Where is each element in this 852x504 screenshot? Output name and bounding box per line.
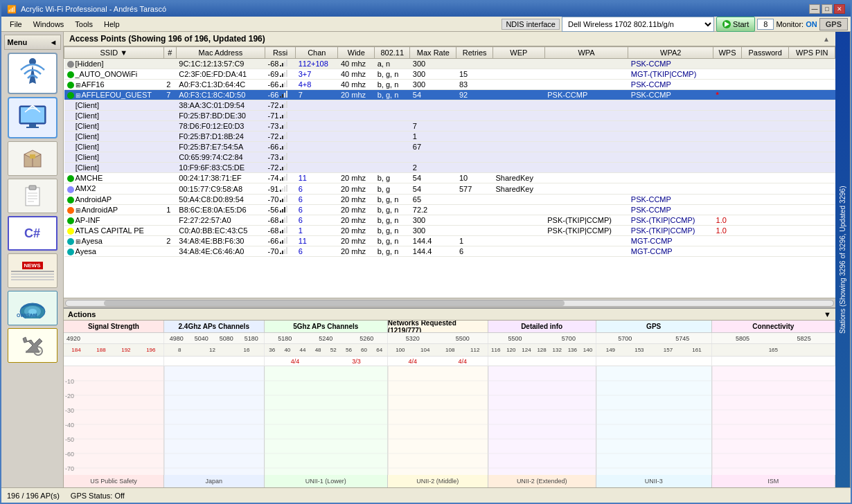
adapter-select[interactable]: Dell Wireless 1702 802.11b/g/n [562, 17, 714, 32]
table-row[interactable]: [Client]F0:25:B7:E7:54:5A-6667 [64, 142, 835, 152]
col-mac[interactable]: Mac Address [176, 47, 265, 59]
table-row[interactable]: [Client]C0:65:99:74:C2:84-73 [64, 152, 835, 163]
cell-rssi: -56 [265, 204, 296, 215]
cell-num [163, 142, 176, 152]
col-ssid[interactable]: SSID ▼ [64, 47, 164, 59]
cell-wpa: PSK-(TKIP|CCMP) [544, 225, 628, 235]
cell-maxrate: 300 [410, 59, 456, 69]
section-networks: Networks Requested (1219/777) [388, 321, 488, 332]
col-wpa2[interactable]: WPA2 [628, 47, 713, 59]
col-dot11[interactable]: 802.11 [375, 47, 410, 59]
col-wep[interactable]: WEP [492, 47, 544, 59]
freq-5700: 5700 [562, 335, 576, 342]
col-pass[interactable]: Password [741, 47, 789, 59]
freq-24g: 4980 5040 5080 5180 [164, 333, 265, 343]
cell-wpspin [789, 69, 835, 80]
col-num[interactable]: # [163, 47, 176, 59]
table-row[interactable]: [Client]78:D6:F0:12:E0:D3-737 [64, 121, 835, 132]
cell-maxrate: 54 [410, 183, 456, 194]
cell-password [741, 225, 789, 235]
cell-maxrate: 144.4 [410, 235, 456, 246]
table-row[interactable]: ⊞AFF162A0:F3:C1:3D:64:4C-664+840 mhzb, g… [64, 80, 835, 90]
h-scrollbar-thumb[interactable] [104, 300, 565, 306]
col-wide[interactable]: Wide [338, 47, 375, 59]
cell-wpspin [789, 152, 835, 163]
h-scrollbar[interactable] [64, 298, 835, 307]
table-row[interactable]: [Client]F0:25:B7:BD:DE:30-71 [64, 111, 835, 121]
sidebar-monitor-icon[interactable] [8, 97, 57, 138]
cell-dot11: b, g, n [375, 225, 410, 235]
ap-table-scroll[interactable]: SSID ▼ # Mac Address Rssi Chan Wide 802.… [64, 46, 835, 298]
sidebar-csharp-icon[interactable]: C# [8, 216, 57, 251]
right-sidebar-text: Stations (Showing 3296 of 3296, Updated … [839, 186, 846, 334]
table-row[interactable]: [Client]38:AA:3C:01:D9:54-72 [64, 100, 835, 111]
table-row[interactable]: ATLAS CAPITAL PEC0:A0:BB:EC:43:C5-68120 … [64, 225, 835, 235]
sidebar-package-icon[interactable] [8, 141, 57, 176]
cell-password [741, 163, 789, 173]
count-detailed [488, 357, 596, 366]
freq-5180: 5180 [245, 335, 258, 342]
sidebar-menu-button[interactable]: Menu ◄ [4, 35, 61, 50]
table-row[interactable]: ⊞AndroidAP1B8:6C:E8:0A:E5:D6-56620 mhzb,… [64, 204, 835, 215]
menu-windows[interactable]: Windows [28, 19, 70, 30]
table-row[interactable]: [Client]F0:25:B7:D1:8B:24-721 [64, 132, 835, 142]
col-rssi[interactable]: Rssi [265, 47, 296, 59]
cell-chan: 6 [296, 194, 338, 204]
table-row[interactable]: AP-INFF2:27:22:57:A0-68620 mhzb, g, n300… [64, 215, 835, 225]
col-retries[interactable]: Retries [456, 47, 493, 59]
freq-networks: 5320 5500 [388, 333, 488, 343]
sidebar-owisam-icon[interactable]: OWISAM [8, 291, 57, 325]
table-row[interactable]: [Client]10:F9:6F:83:C5:DE-722 [64, 163, 835, 173]
actions-header: Actions ▼ [64, 309, 835, 321]
menu-tools[interactable]: Tools [69, 19, 98, 30]
cell-maxrate [410, 152, 456, 163]
actions-collapse[interactable]: ▼ [824, 310, 831, 318]
table-row[interactable]: ⊞Ayesa234:A8:4E:BB:F6:30-661120 mhzb, g,… [64, 235, 835, 246]
gps-button[interactable]: GPS [819, 18, 848, 30]
col-wpspin[interactable]: WPS PIN [789, 47, 835, 59]
cell-wpa2 [628, 100, 713, 111]
cell-wide: 20 mhz [338, 173, 375, 183]
section-detailed: Detailed info [488, 321, 596, 332]
col-chan[interactable]: Chan [296, 47, 338, 59]
sidebar-tools-icon[interactable] [8, 328, 57, 363]
maximize-button[interactable]: □ [822, 4, 833, 14]
cell-maxrate: 72.2 [410, 204, 456, 215]
cell-rssi: -72 [265, 100, 296, 111]
table-row[interactable]: AMCHE00:24:17:38:71:EF-741120 mhzb, g541… [64, 173, 835, 183]
cell-wide [338, 142, 375, 152]
table-row[interactable]: Ayesa34:A8:4E:C6:46:A0-70620 mhzb, g, n1… [64, 246, 835, 257]
start-button[interactable]: Start [716, 17, 755, 32]
sidebar-news-icon[interactable]: NEWS [8, 253, 57, 288]
cell-wpa2: MGT-(TKIP|CCMP) [628, 69, 713, 80]
count-row: 4/4 3/3 4/4 4/4 [64, 357, 835, 366]
svg-rect-21 [64, 366, 164, 487]
table-row[interactable]: AndroidAP50:A4:C8:D0:89:54-70620 mhzb, g… [64, 194, 835, 204]
sidebar-clipboard-icon[interactable] [8, 179, 57, 213]
cell-wpspin [789, 204, 835, 215]
menu-help[interactable]: Help [98, 19, 125, 30]
table-row[interactable]: [Hidden]9C:1C:12:13:57:C9-68112+10840 mh… [64, 59, 835, 69]
table-row[interactable]: _AUTO_ONOWiFiC2:3F:0E:FD:DA:41-693+740 m… [64, 69, 835, 80]
cell-wide: 20 mhz [338, 215, 375, 225]
cell-num [163, 194, 176, 204]
col-wpa[interactable]: WPA [544, 47, 628, 59]
col-maxrate[interactable]: Max Rate [410, 47, 456, 59]
h-scrollbar-track[interactable] [65, 300, 834, 307]
cell-wep: SharedKey [492, 183, 544, 194]
cell-ssid: ⊞AFF16 [64, 80, 164, 90]
menu-file[interactable]: File [4, 19, 28, 30]
cell-wide [338, 121, 375, 132]
table-row[interactable]: AMX200:15:77:C9:58:A8-91620 mhzb, g54577… [64, 183, 835, 194]
right-panel: Access Points (Showing 196 of 196, Updat… [64, 32, 835, 487]
freq-4920: 4920 [66, 335, 80, 342]
close-button[interactable]: ✕ [834, 4, 845, 14]
cell-wide [338, 111, 375, 121]
col-wps[interactable]: WPS [713, 47, 742, 59]
region-us-safety: US Public Safety [64, 475, 164, 487]
minimize-button[interactable]: — [809, 4, 820, 14]
sidebar-wifi-icon[interactable] [8, 53, 57, 94]
app-title: Acrylic Wi-Fi Professional - Andrés Tara… [21, 5, 166, 13]
cell-wpa2 [628, 152, 713, 163]
table-row[interactable]: ⊞AFFLEFOU_GUEST7A0:F3:C1:8C:4D:50-66720 … [64, 90, 835, 100]
